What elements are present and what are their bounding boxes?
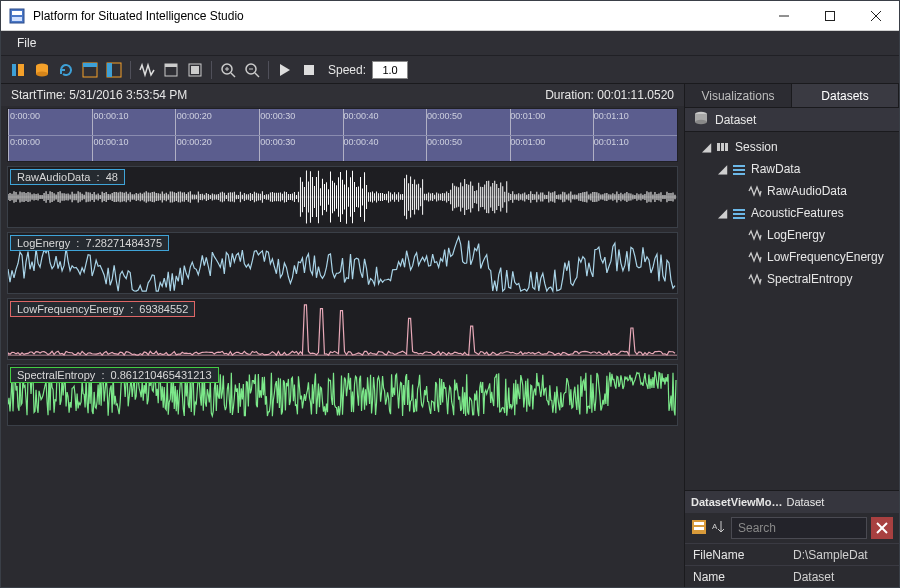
duration: Duration: 00:01:11.0520 xyxy=(545,88,674,102)
stop-button[interactable] xyxy=(298,59,320,81)
close-button[interactable] xyxy=(853,1,899,30)
track-logenergy[interactable]: LogEnergy : 7.28271484375 xyxy=(7,232,678,294)
signal-icon xyxy=(747,183,763,199)
property-row-filename[interactable]: FileName D:\SampleDat xyxy=(685,543,899,565)
property-value: Dataset xyxy=(785,570,899,584)
track-label: RawAudioData : 48 xyxy=(10,169,125,185)
toolbar-panel-a-icon[interactable] xyxy=(160,59,182,81)
svg-rect-15 xyxy=(107,63,112,77)
toolbar-separator xyxy=(268,61,269,79)
toolbar: Speed: 1.0 xyxy=(1,56,899,84)
toolbar-layout-a-icon[interactable] xyxy=(79,59,101,81)
svg-line-21 xyxy=(231,73,235,77)
tree-label: LowFrequencyEnergy xyxy=(767,250,884,264)
tab-datasets[interactable]: Datasets xyxy=(792,84,899,107)
timeline-navigator[interactable]: 0:00:0000:00:1000:00:2000:00:3000:00:400… xyxy=(7,108,678,162)
visualization-pane: StartTime: 5/31/2016 3:53:54 PM Duration… xyxy=(1,84,685,587)
toolbar-panel-b-icon[interactable] xyxy=(184,59,206,81)
side-tabs: Visualizations Datasets xyxy=(685,84,899,108)
tree-label: RawData xyxy=(751,162,800,176)
dataset-tree: ◢ Session ◢ RawData RawAudioData ◢ xyxy=(685,132,899,490)
track-lowfrequencyenergy[interactable]: LowFrequencyEnergy : 69384552 xyxy=(7,298,678,360)
tree-label: AcousticFeatures xyxy=(751,206,844,220)
toolbar-layout-b-icon[interactable] xyxy=(103,59,125,81)
svg-rect-44 xyxy=(694,522,704,525)
svg-rect-34 xyxy=(717,143,720,151)
signal-icon xyxy=(747,227,763,243)
svg-line-25 xyxy=(255,73,259,77)
svg-point-33 xyxy=(695,120,707,124)
svg-rect-2 xyxy=(12,17,22,21)
property-row-name[interactable]: Name Dataset xyxy=(685,565,899,587)
toolbar-store-icon[interactable] xyxy=(31,59,53,81)
menu-file[interactable]: File xyxy=(9,33,44,53)
stream-group-icon xyxy=(731,205,747,221)
expand-icon: ◢ xyxy=(717,162,727,176)
menubar: File xyxy=(1,31,899,56)
tab-visualizations[interactable]: Visualizations xyxy=(685,84,792,107)
properties-type-label: DatasetViewMo… xyxy=(691,496,783,508)
track-label: SpectralEntropy : 0.861210465431213 xyxy=(10,367,219,383)
tree-item-lowfrequencyenergy[interactable]: LowFrequencyEnergy xyxy=(689,246,895,268)
toolbar-zoom-out-icon[interactable] xyxy=(241,59,263,81)
toolbar-zoom-in-icon[interactable] xyxy=(217,59,239,81)
start-time: StartTime: 5/31/2016 3:53:54 PM xyxy=(11,88,187,102)
svg-rect-36 xyxy=(725,143,728,151)
tree-item-spectralentropy[interactable]: SpectralEntropy xyxy=(689,268,895,290)
window-controls xyxy=(761,1,899,30)
toolbar-refresh-icon[interactable] xyxy=(55,59,77,81)
track-label: LowFrequencyEnergy : 69384552 xyxy=(10,301,195,317)
timeline-ruler-bottom: 0:00:0000:00:1000:00:2000:00:3000:00:400… xyxy=(8,137,677,147)
signal-icon xyxy=(747,271,763,287)
tree-item-rawdata[interactable]: ◢ RawData xyxy=(689,158,895,180)
expand-icon: ◢ xyxy=(717,206,727,220)
svg-rect-45 xyxy=(694,527,704,530)
maximize-button[interactable] xyxy=(807,1,853,30)
tree-item-acousticfeatures[interactable]: ◢ AcousticFeatures xyxy=(689,202,895,224)
toolbar-separator xyxy=(211,61,212,79)
svg-rect-4 xyxy=(826,11,835,20)
stream-group-icon xyxy=(731,161,747,177)
svg-rect-8 xyxy=(18,64,24,76)
expand-icon: ◢ xyxy=(701,140,711,154)
speed-label: Speed: xyxy=(328,63,366,77)
database-icon xyxy=(693,110,709,129)
tree-label: LogEnergy xyxy=(767,228,825,242)
tree-label: Session xyxy=(735,140,778,154)
track-label: LogEnergy : 7.28271484375 xyxy=(10,235,169,251)
tree-item-rawaudiodata[interactable]: RawAudioData xyxy=(689,180,895,202)
property-value: D:\SampleDat xyxy=(785,548,899,562)
svg-rect-17 xyxy=(165,64,177,67)
tree-item-session[interactable]: ◢ Session xyxy=(689,136,895,158)
sort-icon[interactable]: A xyxy=(711,519,727,538)
clear-search-button[interactable] xyxy=(871,517,893,539)
play-button[interactable] xyxy=(274,59,296,81)
time-info-bar: StartTime: 5/31/2016 3:53:54 PM Duration… xyxy=(1,84,684,106)
svg-marker-27 xyxy=(280,64,290,76)
properties-search-input[interactable]: Search xyxy=(731,517,867,539)
svg-rect-13 xyxy=(83,63,97,67)
tree-item-logenergy[interactable]: LogEnergy xyxy=(689,224,895,246)
properties-header: DatasetViewMo… Dataset xyxy=(685,491,899,513)
minimize-button[interactable] xyxy=(761,1,807,30)
toolbar-separator xyxy=(130,61,131,79)
svg-rect-35 xyxy=(721,143,724,151)
toolbar-dataset-icon[interactable] xyxy=(7,59,29,81)
svg-rect-7 xyxy=(12,64,16,76)
track-spectralentropy[interactable]: SpectralEntropy : 0.861210465431213 xyxy=(7,364,678,426)
properties-panel: DatasetViewMo… Dataset A Search FileName… xyxy=(685,490,899,587)
tree-label: RawAudioData xyxy=(767,184,847,198)
track-rawaudiodata[interactable]: RawAudioData : 48 xyxy=(7,166,678,228)
properties-grid: FileName D:\SampleDat Name Dataset xyxy=(685,543,899,587)
toolbar-wave-icon[interactable] xyxy=(136,59,158,81)
tree-label: SpectralEntropy xyxy=(767,272,852,286)
dataset-header[interactable]: Dataset xyxy=(685,108,899,132)
svg-text:A: A xyxy=(712,522,718,531)
property-key: FileName xyxy=(685,548,785,562)
timeline-ruler-top: 0:00:0000:00:1000:00:2000:00:3000:00:400… xyxy=(8,111,677,121)
categorize-icon[interactable] xyxy=(691,519,707,538)
side-panel: Visualizations Datasets Dataset ◢ Sessio… xyxy=(685,84,899,587)
speed-input[interactable]: 1.0 xyxy=(372,61,408,79)
window-title: Platform for Situated Intelligence Studi… xyxy=(33,9,761,23)
svg-rect-19 xyxy=(191,66,199,74)
